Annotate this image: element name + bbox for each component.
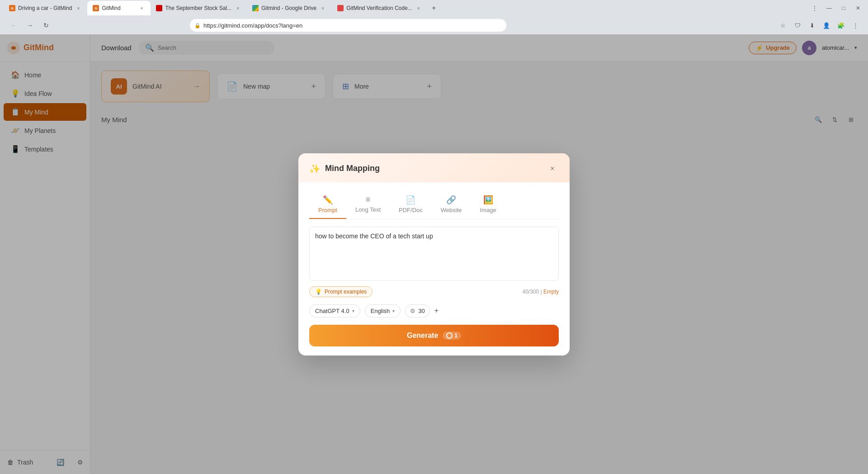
- generate-credits-count: 1: [454, 332, 458, 339]
- char-count: 40/300 | Empty: [522, 289, 559, 295]
- address-right-controls: ☆ 🛡 ⬇ 👤 🧩 ⋮: [778, 20, 861, 31]
- modal-header: ✨ Mind Mapping ×: [298, 153, 570, 182]
- tab-close-4[interactable]: ×: [319, 5, 326, 12]
- modal-title: Mind Mapping: [325, 164, 380, 173]
- nodes-count: 30: [418, 308, 425, 314]
- tab-gitmind[interactable]: G GitMind ×: [87, 1, 151, 15]
- address-bar: ← → ↻ 🔒 https://gitmind.com/app/docs?lan…: [0, 16, 868, 34]
- minimize-button[interactable]: —: [823, 2, 835, 14]
- tab-close-5[interactable]: ×: [415, 5, 422, 12]
- back-button[interactable]: ←: [7, 19, 20, 32]
- tab-title-4: Gitmind - Google Drive: [261, 5, 316, 11]
- language-dropdown-icon: ▾: [392, 308, 395, 313]
- tab-overflow-button[interactable]: ⋮: [808, 2, 821, 14]
- menu-icon[interactable]: ⋮: [850, 20, 861, 31]
- generate-label: Generate: [407, 332, 438, 340]
- pdf-tab-label: PDF/Doc: [399, 207, 423, 213]
- modal-tab-image[interactable]: 🖼️ Image: [471, 191, 505, 219]
- prompt-textarea[interactable]: how to become the CEO of a tech start up: [309, 227, 559, 281]
- language-select[interactable]: English ▾: [365, 304, 401, 318]
- modal-tab-pdf-doc[interactable]: 📄 PDF/Doc: [390, 191, 432, 219]
- prompt-examples-label: Prompt examples: [325, 289, 367, 295]
- tab-close-2[interactable]: ×: [138, 5, 145, 12]
- extensions-icon[interactable]: 🧩: [835, 20, 846, 31]
- language-selected-value: English: [371, 308, 390, 314]
- refresh-button[interactable]: ↻: [40, 19, 52, 32]
- url-bar[interactable]: 🔒 https://gitmind.com/app/docs?lang=en: [190, 19, 506, 32]
- website-tab-label: Website: [441, 207, 462, 213]
- mind-mapping-modal: ✨ Mind Mapping × ✏️ Prompt ≡ Long Text 📄…: [298, 153, 570, 356]
- textarea-footer: 💡 Prompt examples 40/300 | Empty: [309, 286, 559, 297]
- account-icon[interactable]: 👤: [821, 20, 832, 31]
- modal-tab-prompt[interactable]: ✏️ Prompt: [309, 191, 346, 219]
- prompt-examples-icon: 💡: [315, 289, 322, 295]
- image-tab-label: Image: [480, 207, 496, 213]
- lock-icon: 🔒: [194, 23, 201, 28]
- tab-title-2: GitMind: [102, 5, 135, 11]
- add-nodes-button[interactable]: +: [434, 307, 439, 315]
- modal-body: ✏️ Prompt ≡ Long Text 📄 PDF/Doc 🔗 Websit…: [298, 182, 570, 356]
- tab-favicon-3: [156, 5, 162, 11]
- modal-close-button[interactable]: ×: [546, 162, 559, 175]
- tab-close-1[interactable]: ×: [75, 5, 82, 12]
- pdf-tab-icon: 📄: [406, 195, 415, 205]
- tab-title-5: GitMind Verification Code...: [346, 5, 412, 11]
- restore-button[interactable]: □: [837, 2, 850, 14]
- close-window-button[interactable]: ✕: [852, 2, 864, 14]
- website-tab-icon: 🔗: [446, 195, 456, 205]
- empty-link[interactable]: Empty: [543, 289, 559, 295]
- long-text-tab-label: Long Text: [355, 206, 381, 213]
- modal-overlay[interactable]: ✨ Mind Mapping × ✏️ Prompt ≡ Long Text 📄…: [0, 34, 868, 474]
- tab-favicon-1: G: [9, 5, 15, 11]
- tab-favicon-2: G: [93, 5, 99, 11]
- nodes-control[interactable]: ⚙ 30: [405, 304, 429, 318]
- tab-google-drive[interactable]: Gitmind - Google Drive ×: [247, 1, 332, 15]
- url-text: https://gitmind.com/app/docs?lang=en: [203, 22, 302, 29]
- generate-button[interactable]: Generate 1: [309, 325, 559, 346]
- modal-tab-website[interactable]: 🔗 Website: [432, 191, 471, 219]
- shield-icon[interactable]: 🛡: [792, 20, 803, 31]
- new-tab-button[interactable]: +: [428, 2, 440, 14]
- modal-title-row: ✨ Mind Mapping: [309, 163, 380, 174]
- model-selected-value: ChatGPT 4.0: [315, 308, 349, 314]
- modal-tab-long-text[interactable]: ≡ Long Text: [346, 191, 390, 219]
- tab-verification[interactable]: GitMind Verification Code... ×: [332, 1, 427, 15]
- download-addr-icon[interactable]: ⬇: [807, 20, 817, 31]
- long-text-tab-icon: ≡: [366, 195, 371, 204]
- tab-favicon-5: [337, 5, 344, 11]
- prompt-examples-button[interactable]: 💡 Prompt examples: [309, 286, 373, 297]
- model-dropdown-icon: ▾: [352, 308, 354, 313]
- forward-button[interactable]: →: [24, 19, 36, 32]
- prompt-tab-label: Prompt: [318, 207, 337, 213]
- bookmark-icon[interactable]: ☆: [778, 20, 788, 31]
- nodes-icon: ⚙: [410, 308, 415, 314]
- image-tab-icon: 🖼️: [483, 195, 493, 205]
- tab-title-1: Driving a car - GitMind: [18, 5, 72, 11]
- model-select[interactable]: ChatGPT 4.0 ▾: [309, 304, 360, 318]
- settings-row: ChatGPT 4.0 ▾ English ▾ ⚙ 30 +: [309, 304, 559, 318]
- tab-bar: G Driving a car - GitMind × G GitMind × …: [0, 0, 868, 16]
- prompt-tab-icon: ✏️: [323, 195, 333, 205]
- tab-driving-car[interactable]: G Driving a car - GitMind ×: [4, 1, 87, 15]
- tab-close-3[interactable]: ×: [234, 5, 241, 12]
- sparkle-icon: ✨: [309, 163, 321, 174]
- tab-september[interactable]: The September Stock Sal... ×: [151, 1, 247, 15]
- tab-title-3: The September Stock Sal...: [165, 5, 231, 11]
- credits-icon: [446, 332, 453, 339]
- generate-credits-badge: 1: [443, 332, 461, 340]
- modal-tabs: ✏️ Prompt ≡ Long Text 📄 PDF/Doc 🔗 Websit…: [309, 191, 559, 219]
- tab-overflow: ⋮ — □ ✕: [808, 2, 864, 14]
- char-count-value: 40/300: [522, 289, 539, 295]
- tab-favicon-4: [252, 5, 259, 11]
